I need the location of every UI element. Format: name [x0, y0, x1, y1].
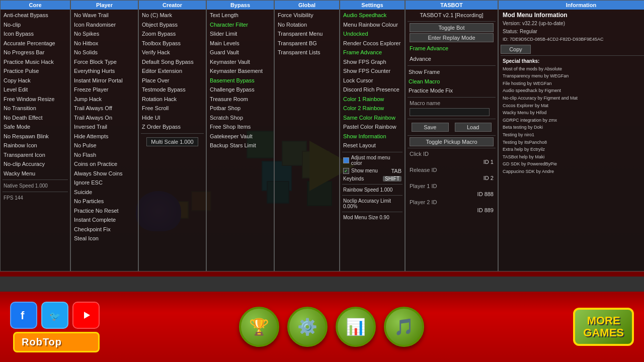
core-item-noclip[interactable]: No-clip — [3, 20, 68, 30]
core-item-noclipaccuracy[interactable]: No-clip Accuracy — [3, 159, 68, 169]
core-item-noprogressbar[interactable]: No Progress Bar — [3, 48, 68, 57]
core-item-wackymenu[interactable]: Wacky Menu — [3, 169, 68, 178]
core-item-fps[interactable]: FPS 144 — [3, 194, 68, 202]
tasbot-clean-macro[interactable]: Clean Macro — [408, 77, 496, 86]
core-item-transparenticon[interactable]: Transparent Icon — [3, 150, 68, 160]
settings-item-lockcursor[interactable]: Lock Cursor — [342, 76, 403, 85]
bypass-item-scratchshop[interactable]: Scratch Shop — [209, 113, 272, 123]
player-item-freezeplayer[interactable]: Freeze Player — [73, 85, 136, 95]
bypass-item-characterfilter[interactable]: Character Filter — [209, 20, 272, 30]
bypass-item-textlength[interactable]: Text Length — [209, 11, 272, 20]
core-item-practicepulse[interactable]: Practice Pulse — [3, 66, 68, 76]
core-item-freewindowresize[interactable]: Free Window Resize — [3, 95, 68, 104]
tasbot-advance[interactable]: Advance — [408, 54, 496, 64]
global-item-transparentlists[interactable]: Transparent Lists — [277, 48, 337, 57]
global-item-norotation[interactable]: No Rotation — [277, 20, 337, 30]
settings-item-undocked[interactable]: Undocked — [342, 29, 403, 39]
creator-item-placeover[interactable]: Place Over — [141, 76, 204, 85]
tasbot-load-button[interactable]: Load — [455, 123, 492, 132]
bypass-item-keymastervault[interactable]: Keymaster Vault — [209, 57, 272, 67]
creator-item-rotationhack[interactable]: Rotation Hack — [141, 95, 204, 104]
settings-item-showinformation[interactable]: Show Information — [342, 132, 403, 141]
player-item-trailalwaysoff[interactable]: Trail Always Off — [73, 104, 136, 113]
player-item-checkpointfix[interactable]: Checkpoint Fix — [73, 225, 136, 234]
youtube-icon[interactable] — [72, 302, 100, 329]
bypass-item-challengebypass[interactable]: Challenge Bypass — [209, 85, 272, 95]
player-item-forceblocktype[interactable]: Force Block Type — [73, 57, 136, 67]
bypass-item-guardvault[interactable]: Guard Vault — [209, 48, 272, 57]
player-item-nowavetrail[interactable]: No Wave Trail — [73, 11, 136, 20]
player-item-trailalwayson[interactable]: Trail Always On — [73, 113, 136, 123]
facebook-icon[interactable]: f — [10, 302, 37, 329]
twitter-icon[interactable]: 🐦 — [41, 302, 68, 329]
settings-item-showfpscounter[interactable]: Show FPS Counter — [342, 66, 403, 76]
creator-item-zoombypass[interactable]: Zoom Bypass — [141, 29, 204, 39]
core-item-copyhack[interactable]: Copy Hack — [3, 76, 68, 85]
panel-settings-header[interactable]: Settings — [340, 1, 405, 10]
tasbot-toggle-bot[interactable]: Toggle Bot — [410, 23, 494, 32]
info-copy-button[interactable]: Copy — [501, 45, 531, 54]
bypass-item-treasureroom[interactable]: Treasure Room — [209, 95, 272, 104]
creator-multiscale-value[interactable]: Multi Scale 1.000 — [146, 137, 198, 146]
settings-item-frameadvance[interactable]: Frame Advance — [342, 48, 403, 57]
player-item-coinsonpractice[interactable]: Coins on Practice — [73, 159, 136, 169]
core-item-notransition[interactable]: No Transition — [3, 104, 68, 113]
tasbot-enter-replay-mode[interactable]: Enter Replay Mode — [410, 33, 494, 42]
player-item-practicenoreset[interactable]: Practice No Reset — [73, 206, 136, 216]
panel-player-header[interactable]: Player — [71, 1, 138, 10]
panel-core-header[interactable]: Core — [1, 1, 70, 10]
core-item-iconbypass[interactable]: Icon Bypass — [3, 29, 68, 39]
nav-icon-settings[interactable]: ⚙️ — [287, 307, 328, 347]
creator-item-freescroll[interactable]: Free Scroll — [141, 104, 204, 113]
creator-item-defaultsongbypass[interactable]: Default Song Bypass — [141, 57, 204, 67]
player-item-instantmirrorportal[interactable]: Instant Mirror Portal — [73, 76, 136, 85]
player-item-iconrandomiser[interactable]: Icon Randomiser — [73, 20, 136, 30]
core-item-leveledit[interactable]: Level Edit — [3, 85, 68, 95]
settings-showmenu-checkbox[interactable]: ✓ — [343, 168, 349, 174]
player-item-alwaysshowcoins[interactable]: Always Show Coins — [73, 169, 136, 178]
bypass-item-freeshopitems[interactable]: Free Shop Items — [209, 122, 272, 132]
core-item-safemode[interactable]: Safe Mode — [3, 122, 68, 132]
tasbot-show-frame[interactable]: Show Frame — [408, 67, 496, 77]
creator-item-toolboxbypass[interactable]: Toolbox Bypass — [141, 39, 204, 48]
core-item-nodeatheffect[interactable]: No Death Effect — [3, 113, 68, 123]
creator-item-verifyhack[interactable]: Verify Hack — [141, 48, 204, 57]
panel-bypass-header[interactable]: Bypass — [207, 1, 274, 10]
player-item-noparticles[interactable]: No Particles — [73, 197, 136, 206]
panel-tasbot-header[interactable]: TASBOT — [406, 1, 498, 10]
settings-color-swatch[interactable] — [343, 157, 349, 163]
global-item-transparentmenu[interactable]: Transparent Menu — [277, 29, 337, 39]
creator-item-testmodebypass[interactable]: Testmode Bypass — [141, 85, 204, 95]
player-item-nospikes[interactable]: No Spikes — [73, 29, 136, 39]
settings-item-samecolorrainbow[interactable]: Same Color Rainbow — [342, 113, 403, 123]
panel-creator-header[interactable]: Creator — [139, 1, 206, 10]
settings-item-audiospeedhack[interactable]: Audio Speedhack — [342, 11, 403, 20]
settings-item-showfpsgraph[interactable]: Show FPS Graph — [342, 57, 403, 67]
settings-item-resetlayout[interactable]: Reset Layout — [342, 141, 403, 150]
creator-item-nocmark[interactable]: No (C) Mark — [141, 11, 204, 20]
robtop-logo[interactable]: RobTop — [13, 332, 100, 352]
creator-item-editorextension[interactable]: Editor Extension — [141, 66, 204, 76]
bypass-item-gatekeepervault[interactable]: Gatekeeper Vault — [209, 132, 272, 141]
bypass-item-mainlevels[interactable]: Main Levels — [209, 39, 272, 48]
core-item-norespawnblink[interactable]: No Respawn Blink — [3, 132, 68, 141]
global-item-forcevisibility[interactable]: Force Visibility — [277, 11, 337, 20]
creator-item-objectbypass[interactable]: Object Bypass — [141, 20, 204, 30]
nav-icon-music[interactable]: 🎵 — [384, 307, 424, 347]
player-item-suicide[interactable]: Suicide — [73, 188, 136, 197]
tasbot-frame-advance[interactable]: Frame Advance — [408, 43, 496, 54]
creator-item-zorderbypass[interactable]: Z Order Bypass — [141, 122, 204, 132]
player-item-nopulse[interactable]: No Pulse — [73, 141, 136, 150]
creator-item-hideui[interactable]: Hide UI — [141, 113, 204, 123]
player-item-stealicon[interactable]: Steal Icon — [73, 234, 136, 243]
player-item-jumphack[interactable]: Jump Hack — [73, 95, 136, 104]
bypass-item-backupstarslimit[interactable]: Backup Stars Limit — [209, 141, 272, 150]
settings-item-pastelcolorrainbow[interactable]: Pastel Color Rainbow — [342, 122, 403, 132]
core-item-accuratepercentage[interactable]: Accurate Percentage — [3, 39, 68, 48]
settings-item-color2rainbow[interactable]: Color 2 Rainbow — [342, 104, 403, 113]
more-games-button[interactable]: MOREGAMES — [573, 308, 634, 346]
tasbot-practice-mode-fix[interactable]: Practice Mode Fix — [408, 86, 496, 96]
settings-item-color1rainbow[interactable]: Color 1 Rainbow — [342, 95, 403, 104]
tasbot-macro-name-input[interactable] — [410, 108, 490, 116]
core-item-rainbowicon[interactable]: Rainbow Icon — [3, 141, 68, 150]
